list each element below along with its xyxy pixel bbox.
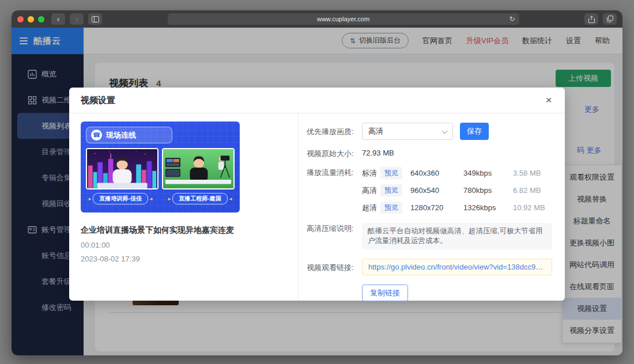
browser-window: ‹ › www.cuplayer.com ↻ 酷播云 xyxy=(12,10,622,355)
left-speaker-label: 直播培训师-佳佳 xyxy=(93,193,148,204)
video-duration: 00:01:00 xyxy=(81,241,298,249)
video-settings-modal: 视频设置 × ☎ 现场连线 xyxy=(69,88,565,301)
video-thumbnail: ☎ 现场连线 xyxy=(81,122,240,213)
traffic-quality: 超清 xyxy=(362,203,380,213)
quality-selected-value: 高清 xyxy=(368,126,383,136)
preview-button[interactable]: 预览 xyxy=(380,167,402,179)
compress-note-text: 酷播云平台自动对视频做高清、超清压缩,可极大节省用户流量消耗及运营成本。 xyxy=(362,223,552,249)
modal-header: 视频设置 xyxy=(69,88,565,113)
watch-link-value[interactable]: https://go.plvideo.cn/front/video/view?v… xyxy=(362,259,552,275)
tab-overview-button[interactable] xyxy=(603,13,617,25)
watch-link-label: 视频观看链接: xyxy=(307,259,362,275)
share-button[interactable] xyxy=(584,13,598,25)
forward-button[interactable]: › xyxy=(70,13,84,25)
table-row: 标清 预览 640x360 349kbps 3.58 MB xyxy=(362,167,545,179)
phone-icon: ☎ xyxy=(91,130,102,141)
save-button[interactable]: 保存 xyxy=(460,123,489,140)
sidebar-toggle-icon xyxy=(92,16,99,22)
traffic-quality: 高清 xyxy=(362,185,380,196)
modal-title: 视频设置 xyxy=(81,95,115,106)
traffic-bitrate: 1326kbps xyxy=(463,203,513,212)
table-row: 超清 预览 1280x720 1326kbps 10.92 MB xyxy=(362,202,545,214)
zoom-window-button[interactable] xyxy=(38,16,44,22)
live-link-badge-text: 现场连线 xyxy=(106,130,136,141)
url-text: www.cuplayer.com xyxy=(317,16,369,22)
back-button[interactable]: ‹ xyxy=(51,13,65,25)
quality-label: 优先播放画质: xyxy=(307,123,362,140)
right-video-frame xyxy=(162,148,235,189)
quality-select[interactable]: 高清 xyxy=(362,123,453,140)
url-bar[interactable]: www.cuplayer.com ↻ xyxy=(168,13,519,25)
original-size-label: 视频原始大小: xyxy=(307,148,362,159)
traffic-size: 6.82 MB xyxy=(513,186,541,195)
traffic-resolution: 960x540 xyxy=(410,186,463,195)
traffic-lights xyxy=(17,16,44,22)
video-date: 2023-08-02 17:39 xyxy=(81,255,298,263)
modal-video-info: ☎ 现场连线 xyxy=(69,113,299,301)
live-link-badge: ☎ 现场连线 xyxy=(86,127,172,143)
traffic-bitrate: 349kbps xyxy=(463,169,513,177)
chevron-down-icon xyxy=(442,128,448,134)
arrow-left-icon: ◂ xyxy=(229,196,232,202)
preview-button[interactable]: 预览 xyxy=(380,202,402,214)
table-row: 高清 预览 960x540 780kbps 6.82 MB xyxy=(362,184,545,196)
traffic-size: 3.58 MB xyxy=(513,169,541,177)
arrow-left-icon: ◂ xyxy=(150,196,153,202)
arrow-right-icon: ▸ xyxy=(89,196,92,202)
video-title: 企业培训直播场景下如何实现异地嘉宾连麦 xyxy=(81,225,248,236)
arrow-right-icon: ▸ xyxy=(168,196,171,202)
copy-link-button[interactable]: 复制链接 xyxy=(362,285,408,301)
close-window-button[interactable] xyxy=(17,16,24,22)
minimize-window-button[interactable] xyxy=(28,16,34,22)
reload-icon[interactable]: ↻ xyxy=(509,15,515,23)
compress-note-label: 高清压缩说明: xyxy=(307,223,362,249)
traffic-bitrate: 780kbps xyxy=(463,186,513,195)
preview-button[interactable]: 预览 xyxy=(380,184,402,196)
sidebar-toggle-button[interactable] xyxy=(88,13,102,25)
traffic-size: 10.92 MB xyxy=(513,203,545,212)
tab-overview-icon xyxy=(606,16,613,22)
modal-settings-form: 优先播放画质: 高清 保存 视频原始大小: 72.93 MB 播放流量消耗: xyxy=(299,113,565,301)
close-icon[interactable]: × xyxy=(542,93,556,107)
original-size-value: 72.93 MB xyxy=(362,148,394,159)
left-video-frame xyxy=(86,148,158,189)
browser-chrome: ‹ › www.cuplayer.com ↻ xyxy=(12,10,622,28)
traffic-resolution: 640x360 xyxy=(410,169,463,177)
right-speaker-label: 直播工程师-建国 xyxy=(172,193,227,204)
traffic-table: 标清 预览 640x360 349kbps 3.58 MB 高清 预览 960x… xyxy=(362,167,545,214)
traffic-label: 播放流量消耗: xyxy=(307,167,362,214)
share-icon xyxy=(588,16,595,23)
traffic-quality: 标清 xyxy=(362,168,380,179)
traffic-resolution: 1280x720 xyxy=(410,203,463,212)
